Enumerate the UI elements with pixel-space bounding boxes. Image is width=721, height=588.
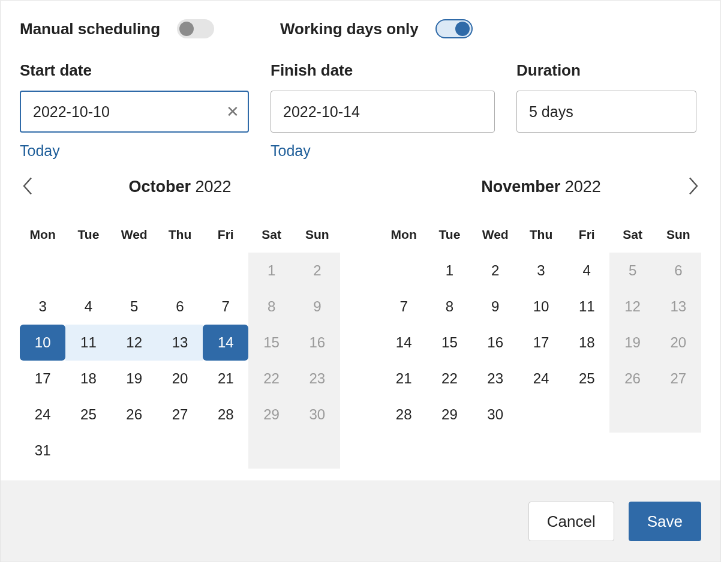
day-7[interactable]: 7: [381, 289, 426, 325]
day-22[interactable]: 22: [248, 361, 294, 397]
day-24[interactable]: 24: [518, 361, 564, 397]
start-today-link[interactable]: Today: [20, 142, 249, 160]
day-30[interactable]: 30: [295, 397, 340, 433]
day-11[interactable]: 11: [65, 325, 111, 361]
day-29[interactable]: 29: [426, 397, 472, 433]
day-19[interactable]: 19: [112, 361, 157, 397]
calendar-right-header: November 2022: [381, 175, 701, 199]
manual-scheduling-toggle[interactable]: [177, 19, 214, 38]
day-8[interactable]: 8: [248, 289, 294, 325]
week-row: 21222324252627: [381, 361, 701, 397]
day-19[interactable]: 19: [609, 325, 655, 361]
day-6[interactable]: 6: [157, 289, 203, 325]
day-29[interactable]: 29: [248, 397, 294, 433]
day-20[interactable]: 20: [656, 325, 701, 361]
day-blank: [112, 253, 157, 289]
day-blank: [295, 433, 340, 469]
day-5[interactable]: 5: [112, 289, 157, 325]
dow-thu: Thu: [157, 221, 203, 253]
day-blank: [609, 397, 655, 433]
calendar-right-grid: 1234567891011121314151617181920212223242…: [381, 253, 701, 433]
week-row: 24252627282930: [20, 397, 340, 433]
day-25[interactable]: 25: [564, 361, 609, 397]
day-21[interactable]: 21: [203, 361, 248, 397]
dow-wed: Wed: [473, 221, 518, 253]
day-16[interactable]: 16: [295, 325, 340, 361]
day-31[interactable]: 31: [20, 433, 65, 469]
day-4[interactable]: 4: [564, 253, 609, 289]
day-4[interactable]: 4: [65, 289, 111, 325]
day-3[interactable]: 3: [518, 253, 564, 289]
day-1[interactable]: 1: [248, 253, 294, 289]
day-2[interactable]: 2: [295, 253, 340, 289]
day-12[interactable]: 12: [112, 325, 157, 361]
day-18[interactable]: 18: [564, 325, 609, 361]
calendar-right-title: November 2022: [481, 178, 601, 196]
day-12[interactable]: 12: [609, 289, 655, 325]
dow-sun: Sun: [295, 221, 340, 253]
day-blank: [112, 433, 157, 469]
day-8[interactable]: 8: [426, 289, 472, 325]
day-10[interactable]: 10: [20, 325, 65, 361]
day-22[interactable]: 22: [426, 361, 472, 397]
day-3[interactable]: 3: [20, 289, 65, 325]
day-20[interactable]: 20: [157, 361, 203, 397]
dow-sat: Sat: [248, 221, 294, 253]
working-days-toggle[interactable]: [435, 19, 473, 38]
finish-date-input[interactable]: [282, 103, 483, 121]
dow-sun: Sun: [656, 221, 701, 253]
day-15[interactable]: 15: [248, 325, 294, 361]
day-14[interactable]: 14: [381, 325, 426, 361]
day-blank: [381, 253, 426, 289]
calendar-left-title: October 2022: [128, 178, 231, 196]
day-23[interactable]: 23: [473, 361, 518, 397]
day-blank: [157, 253, 203, 289]
day-27[interactable]: 27: [157, 397, 203, 433]
day-11[interactable]: 11: [564, 289, 609, 325]
day-15[interactable]: 15: [426, 325, 472, 361]
day-28[interactable]: 28: [381, 397, 426, 433]
day-14[interactable]: 14: [203, 325, 248, 361]
finish-date-input-box[interactable]: [271, 91, 495, 133]
save-button[interactable]: Save: [629, 502, 701, 541]
day-blank: [157, 433, 203, 469]
day-21[interactable]: 21: [381, 361, 426, 397]
day-9[interactable]: 9: [295, 289, 340, 325]
day-9[interactable]: 9: [473, 289, 518, 325]
day-13[interactable]: 13: [656, 289, 701, 325]
day-16[interactable]: 16: [473, 325, 518, 361]
finish-today-link[interactable]: Today: [271, 142, 495, 160]
day-6[interactable]: 6: [656, 253, 701, 289]
cancel-button[interactable]: Cancel: [528, 502, 614, 541]
day-17[interactable]: 17: [518, 325, 564, 361]
day-5[interactable]: 5: [609, 253, 655, 289]
day-26[interactable]: 26: [609, 361, 655, 397]
day-17[interactable]: 17: [20, 361, 65, 397]
day-2[interactable]: 2: [473, 253, 518, 289]
calendars: October 2022 MonTueWedThuFriSatSun 12345…: [20, 175, 701, 469]
day-27[interactable]: 27: [656, 361, 701, 397]
day-30[interactable]: 30: [473, 397, 518, 433]
week-row: 14151617181920: [381, 325, 701, 361]
day-1[interactable]: 1: [426, 253, 472, 289]
day-13[interactable]: 13: [157, 325, 203, 361]
next-month-button[interactable]: [684, 177, 702, 195]
day-23[interactable]: 23: [295, 361, 340, 397]
prev-month-button[interactable]: [19, 177, 37, 195]
start-date-input[interactable]: [32, 103, 224, 121]
day-25[interactable]: 25: [65, 397, 111, 433]
dow-fri: Fri: [203, 221, 248, 253]
day-10[interactable]: 10: [518, 289, 564, 325]
day-18[interactable]: 18: [65, 361, 111, 397]
day-28[interactable]: 28: [203, 397, 248, 433]
day-24[interactable]: 24: [20, 397, 65, 433]
day-7[interactable]: 7: [203, 289, 248, 325]
start-date-field: Start date ✕ Today: [20, 61, 249, 160]
duration-input[interactable]: [528, 103, 720, 121]
clear-icon[interactable]: ✕: [224, 103, 242, 121]
start-date-input-box[interactable]: ✕: [20, 91, 249, 133]
day-blank: [656, 397, 701, 433]
duration-input-box[interactable]: [516, 91, 696, 133]
day-26[interactable]: 26: [112, 397, 157, 433]
day-blank: [203, 253, 248, 289]
